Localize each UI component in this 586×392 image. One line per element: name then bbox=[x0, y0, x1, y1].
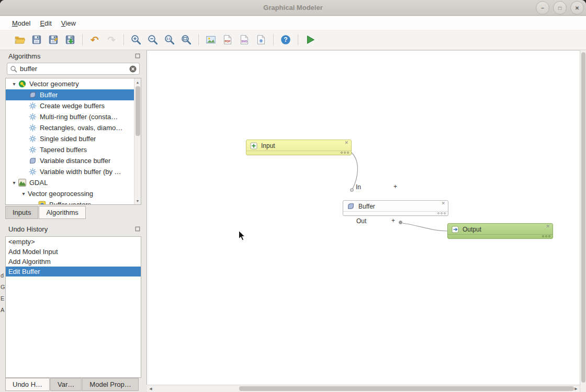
titlebar[interactable]: Graphical Modeler –□✕ bbox=[0, 0, 586, 16]
tree-item-vector-geoprocessing[interactable]: ▾Vector geoprocessing bbox=[6, 188, 134, 199]
undo-item-empty[interactable]: <empty> bbox=[6, 237, 141, 247]
h-scrollbar-thumb[interactable] bbox=[239, 386, 574, 391]
algorithm-icon bbox=[29, 102, 37, 110]
zoom-out-button[interactable] bbox=[144, 32, 161, 48]
save-model-as-button[interactable] bbox=[45, 32, 62, 48]
scroll-left-icon[interactable]: ◀ bbox=[148, 385, 154, 392]
undo-item-add-model-input[interactable]: Add Model Input bbox=[6, 247, 141, 257]
tree-item-label: Vector geometry bbox=[29, 80, 79, 88]
undo-panel-title: Undo History bbox=[8, 225, 48, 233]
tab-algorithms[interactable]: Algorithms bbox=[39, 206, 85, 219]
open-model-button[interactable] bbox=[12, 32, 28, 48]
algorithms-panel-float-icon[interactable] bbox=[134, 53, 141, 59]
tab-inputs[interactable]: Inputs bbox=[5, 206, 38, 219]
buffer-node-label: Buffer bbox=[358, 203, 375, 210]
maximize-button[interactable]: □ bbox=[553, 1, 567, 15]
algorithms-dock-tabs: InputsAlgorithms bbox=[5, 206, 86, 219]
input-node-close-icon[interactable]: ✕ bbox=[344, 141, 348, 145]
canvas-horizontal-scrollbar[interactable]: ◀ ▶ bbox=[147, 385, 580, 392]
menu-view[interactable]: View bbox=[57, 18, 81, 29]
input-node[interactable]: Input ✕ bbox=[246, 140, 352, 155]
svg-text:PDF: PDF bbox=[225, 40, 231, 43]
scroll-down-icon[interactable]: ▼ bbox=[134, 198, 141, 204]
tree-item-single-sided-buffer[interactable]: Single sided buffer bbox=[6, 133, 134, 144]
input-node-dots-icon[interactable] bbox=[341, 152, 349, 154]
window-title: Graphical Modeler bbox=[263, 4, 322, 11]
undo-button[interactable]: ↶ bbox=[86, 32, 103, 48]
undo-panel-float-icon[interactable] bbox=[134, 226, 141, 232]
tree-item-create-wedge-buffers[interactable]: Create wedge buffers bbox=[6, 100, 134, 111]
run-model-button[interactable] bbox=[302, 32, 319, 48]
minimize-button[interactable]: – bbox=[536, 1, 549, 15]
export-svg-button[interactable]: SVG bbox=[236, 32, 253, 48]
tab-model-prop[interactable]: Model Prop… bbox=[82, 378, 138, 391]
chevron-down-icon[interactable]: ▾ bbox=[10, 81, 18, 87]
tree-item-variable-distance-buffer[interactable]: Variable distance buffer bbox=[6, 155, 134, 166]
output-node[interactable]: Output ✕ bbox=[447, 223, 553, 239]
undo-item-edit-buffer[interactable]: Edit Buffer bbox=[6, 267, 141, 276]
model-canvas[interactable]: Input ✕ In + Buffer ✕ Out + Output ✕ bbox=[146, 50, 581, 385]
tree-item-rectangles-ovals-diamo[interactable]: Rectangles, ovals, diamo… bbox=[6, 122, 134, 133]
tree-item-buffer[interactable]: Buffer bbox=[6, 89, 134, 100]
buffer-node[interactable]: Buffer ✕ bbox=[343, 200, 448, 216]
qgis-icon bbox=[18, 80, 26, 88]
zoom-full-button[interactable] bbox=[178, 32, 195, 48]
zoom-actual-button[interactable]: 1:1 bbox=[161, 32, 178, 48]
tree-scrollbar-thumb[interactable] bbox=[136, 86, 140, 136]
export-image-button[interactable] bbox=[202, 32, 219, 48]
algorithms-panel-title: Algorithms bbox=[8, 52, 40, 60]
buffer-add-in-socket[interactable]: + bbox=[393, 183, 397, 190]
toolbar-separator bbox=[198, 34, 199, 45]
tree-scrollbar[interactable]: ▲ ▼ bbox=[134, 78, 141, 204]
export-python-button[interactable] bbox=[253, 32, 269, 48]
background-window-text: d bbox=[1, 272, 4, 279]
tab-var[interactable]: Var… bbox=[50, 378, 82, 391]
export-image-icon bbox=[205, 34, 217, 45]
help-button[interactable]: ? bbox=[277, 32, 294, 48]
buffer-in-label: In bbox=[356, 183, 361, 191]
zoom-in-button[interactable] bbox=[128, 32, 144, 48]
tree-item-multi-ring-buffer-consta[interactable]: Multi-ring buffer (consta… bbox=[6, 111, 134, 122]
buffer-out-socket[interactable] bbox=[399, 221, 402, 224]
tree-item-label: Rectangles, ovals, diamo… bbox=[40, 124, 122, 132]
mouse-cursor bbox=[238, 230, 246, 243]
toolbar-separator bbox=[123, 34, 124, 45]
buffer-in-socket[interactable] bbox=[350, 188, 354, 192]
toolbar-separator bbox=[298, 34, 298, 45]
output-node-close-icon[interactable]: ✕ bbox=[546, 224, 550, 229]
tab-undo-h[interactable]: Undo H… bbox=[5, 378, 50, 391]
tree-item-vector-geometry[interactable]: ▾Vector geometry bbox=[6, 78, 134, 89]
undo-item-add-algorithm[interactable]: Add Algorithm bbox=[6, 257, 141, 267]
tree-item-label: Tapered buffers bbox=[40, 146, 87, 154]
save-in-project-icon bbox=[64, 34, 76, 45]
save-model-button[interactable] bbox=[28, 32, 45, 48]
menu-model[interactable]: Model bbox=[7, 18, 35, 29]
canvas-vertical-scrollbar[interactable] bbox=[580, 50, 586, 392]
v-scrollbar-thumb[interactable] bbox=[581, 52, 585, 383]
redo-button[interactable]: ↷ bbox=[103, 32, 120, 48]
tree-item-tapered-buffers[interactable]: Tapered buffers bbox=[6, 144, 134, 155]
scroll-right-icon[interactable]: ▶ bbox=[573, 385, 579, 392]
buffer-add-out-socket[interactable]: + bbox=[391, 217, 395, 224]
zoom-out-icon bbox=[147, 34, 159, 45]
tree-item-gdal[interactable]: ▾GDAL bbox=[6, 177, 134, 188]
clear-search-icon[interactable] bbox=[129, 65, 137, 73]
search-input[interactable] bbox=[20, 65, 127, 73]
folder-open-icon bbox=[14, 34, 26, 45]
buffer-node-dots-icon[interactable] bbox=[437, 212, 446, 214]
tree-item-variable-width-buffer-by[interactable]: Variable width buffer (by … bbox=[6, 166, 134, 177]
connection-buffer-to-output bbox=[402, 223, 448, 231]
close-button[interactable]: ✕ bbox=[570, 1, 584, 15]
tree-item-buffer-vectors[interactable]: Buffer vectors bbox=[6, 199, 134, 204]
buffer-node-close-icon[interactable]: ✕ bbox=[441, 201, 445, 206]
menu-edit[interactable]: Edit bbox=[35, 18, 56, 29]
scroll-up-icon[interactable]: ▲ bbox=[134, 79, 141, 85]
chevron-down-icon[interactable]: ▾ bbox=[10, 180, 18, 186]
graphical-modeler-window: Graphical Modeler –□✕ ModelEditView ↶↷1:… bbox=[0, 0, 586, 392]
toolbar: ↶↷1:1PDFSVG? bbox=[0, 30, 586, 50]
chevron-down-icon[interactable]: ▾ bbox=[19, 191, 28, 197]
output-node-dots-icon[interactable] bbox=[542, 235, 550, 237]
save-model-in-project-button[interactable] bbox=[62, 32, 78, 48]
tree-item-label: Vector geoprocessing bbox=[28, 190, 93, 198]
export-pdf-button[interactable]: PDF bbox=[219, 32, 236, 48]
